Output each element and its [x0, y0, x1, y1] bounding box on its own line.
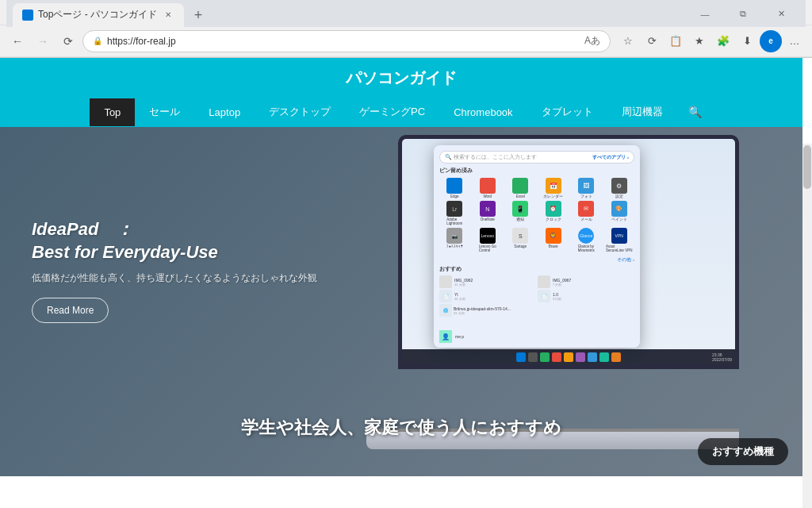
downloads-btn[interactable]: ⬇ [736, 30, 758, 52]
close-btn[interactable]: ✕ [763, 2, 799, 27]
hero-title-line2: Best for Everyday-Use [32, 241, 317, 264]
website: パソコンガイド Top セール Laptop デスクトップ ゲーミングPC Ch… [0, 58, 802, 480]
nav-item-gaming[interactable]: ゲーミングPC [345, 97, 439, 127]
nav-bar: ← → ⟳ 🔒 https://for-real.jp Aあ ☆ ⟳ 📋 ★ 🧩… [0, 25, 812, 57]
recommend-badge[interactable]: おすすめ機種 [698, 438, 788, 465]
new-tab-btn[interactable]: + [187, 5, 209, 27]
nav-icons: ☆ ⟳ 📋 ★ 🧩 ⬇ e … [617, 30, 806, 52]
nav-item-sale[interactable]: セール [135, 97, 194, 127]
forward-btn[interactable]: → [32, 30, 54, 52]
tab-title: Topページ - パソコンガイド [38, 8, 157, 21]
minimize-btn[interactable]: — [687, 2, 723, 27]
tab-favicon [22, 10, 33, 21]
hero-title-line1: IdeaPad ： [32, 218, 317, 241]
nav-item-laptop[interactable]: Laptop [194, 98, 255, 126]
back-btn[interactable]: ← [6, 30, 29, 52]
restore-btn[interactable]: ⧉ [725, 2, 761, 27]
hero-bottom-text: 学生や社会人、家庭で使う人におすすめ [0, 416, 802, 440]
site-header: パソコンガイド Top セール Laptop デスクトップ ゲーミングPC Ch… [0, 58, 802, 127]
refresh-btn[interactable]: ⟳ [57, 30, 79, 52]
windows-start-menu: 🔍 検索するには、ここに入力します すべてのアプリ › ピン留め済み Edg [434, 145, 640, 348]
site-title: パソコンガイド [0, 67, 802, 97]
extensions-btn[interactable]: 🧩 [712, 30, 734, 52]
address-text: https://for-real.jp [107, 36, 176, 47]
site-nav: Top セール Laptop デスクトップ ゲーミングPC Chromebook… [0, 97, 802, 127]
nav-item-chromebook[interactable]: Chromebook [439, 98, 527, 126]
address-bar[interactable]: 🔒 https://for-real.jp Aあ [82, 30, 611, 52]
nav-item-desktop[interactable]: デスクトップ [255, 97, 345, 127]
hero-text-container: IdeaPad ： Best for Everyday-Use 低価格だが性能も… [32, 218, 317, 323]
active-tab[interactable]: Topページ - パソコンガイド ✕ [13, 3, 184, 27]
nav-item-peripherals[interactable]: 周辺機器 [607, 97, 677, 127]
browser-chrome: Topページ - パソコンガイド ✕ + — ⧉ ✕ ← → ⟳ 🔒 https… [0, 0, 812, 58]
title-bar: Topページ - パソコンガイド ✕ + — ⧉ ✕ [0, 0, 812, 25]
favorites-btn[interactable]: ⟳ [641, 30, 663, 52]
hero-section: 🔍 検索するには、ここに入力します すべてのアプリ › ピン留め済み Edg [0, 127, 802, 476]
tab-close-btn[interactable]: ✕ [162, 9, 174, 21]
scrollbar[interactable] [802, 144, 812, 508]
nav-item-top[interactable]: Top [90, 98, 135, 126]
read-more-btn[interactable]: Read More [32, 298, 109, 323]
window-controls: — ⧉ ✕ [687, 2, 799, 27]
search-icon[interactable]: 🔍 [677, 98, 713, 126]
bookmark-btn[interactable]: ☆ [617, 30, 639, 52]
content-area: パソコンガイド Top セール Laptop デスクトップ ゲーミングPC Ch… [0, 58, 812, 480]
favorites2-btn[interactable]: ★ [688, 30, 710, 52]
collections-btn[interactable]: 📋 [665, 30, 687, 52]
lock-icon: 🔒 [93, 37, 102, 45]
nav-item-tablet[interactable]: タブレット [527, 97, 607, 127]
settings-btn[interactable]: … [783, 30, 806, 52]
translate-icon[interactable]: Aあ [584, 34, 600, 48]
edge-profile-btn[interactable]: e [760, 30, 782, 52]
hero-description: 低価格だが性能も高く、持ち運びしたくなるようなおしゃれな外観 [32, 271, 317, 285]
scrollbar-thumb[interactable] [803, 145, 811, 189]
